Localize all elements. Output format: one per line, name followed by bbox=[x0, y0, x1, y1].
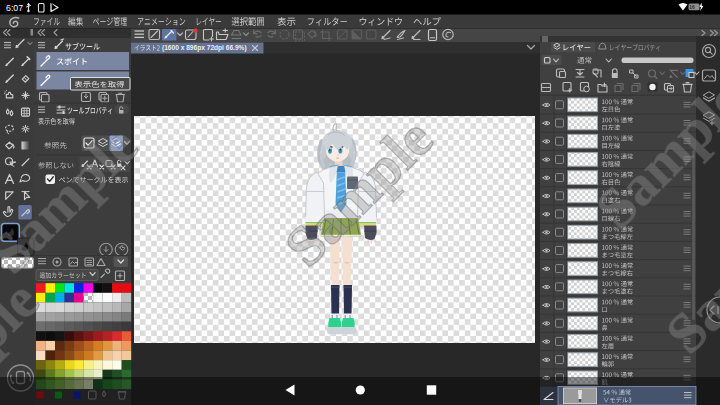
svg-text:16: 16 bbox=[689, 5, 695, 10]
svg-text:(1600 x 896px 72dpi 66.9%): (1600 x 896px 72dpi 66.9%) bbox=[162, 44, 247, 52]
svg-text:6:07: 6:07 bbox=[6, 3, 23, 13]
